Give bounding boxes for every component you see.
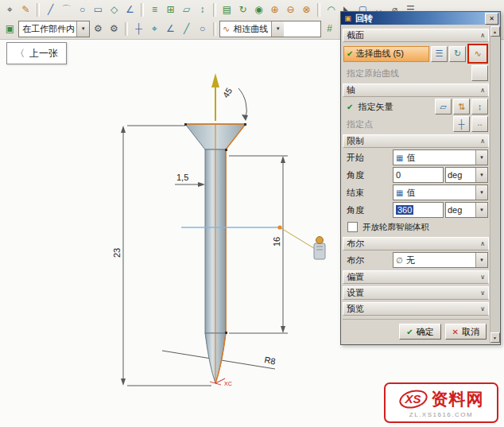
reverse-direction-button[interactable]: ⇅ [453,99,470,115]
preview-header-label: 预览 [347,303,364,315]
datum-axis-icon[interactable]: ↕ [195,2,210,17]
snap-midpoint-icon[interactable]: ∠ [163,21,178,37]
section-header-boolean[interactable]: 布尔 ∧ [343,237,489,250]
check-icon: ✔ [347,49,353,58]
end-type-combo[interactable]: ▦ 值 ▼ [393,184,488,200]
selection-filter-icon[interactable]: ▣ [2,21,17,37]
subtract-icon[interactable]: ⊖ [283,2,298,17]
cancel-button[interactable]: ✕ 取消 [445,324,487,340]
dialog-scrollbar[interactable]: ▲ ▼ [490,25,499,344]
limits-header-label: 限制 [347,135,364,147]
arc-icon[interactable]: ⌒ [59,2,74,17]
curve-mode-button[interactable]: ∿ [467,44,488,64]
section-header-offset[interactable]: 偏置 ∨ [343,270,489,284]
snap-center-icon[interactable]: ○ [195,21,210,37]
fillet-icon[interactable]: ∠ [122,2,138,17]
rectangle-icon[interactable]: ▭ [91,2,106,17]
collapse-icon[interactable]: ∧ [480,87,485,94]
select-curve-label: 选择曲线 (5) [355,48,404,60]
unite-icon[interactable]: ⊕ [267,2,282,17]
start-type-combo[interactable]: ▦ 值 ▼ [393,149,488,165]
start-angle-input[interactable]: 0 [393,167,444,183]
gear-icon[interactable]: ⚙ [107,21,122,37]
end-type-value: 值 [405,187,475,199]
sketch-icon[interactable]: ✎ [18,2,33,17]
snap-point-icon[interactable]: ⌖ [2,2,17,17]
selection-scope-value: 在工作部件内 [19,23,76,35]
ok-button[interactable]: ✔ 确定 [399,324,440,340]
list-selection-button[interactable]: ☰ [431,46,448,62]
start-angle-unit-combo[interactable]: deg ▼ [445,167,488,183]
combo-arrow-icon[interactable]: ▼ [475,203,487,217]
axis-vector-arrow[interactable] [211,73,219,121]
watermark-logo: XS [399,390,428,408]
axis-header-label: 轴 [347,84,355,96]
select-curve-row[interactable]: ✔ 选择曲线 (5) [343,46,429,62]
collapse-icon[interactable]: ∧ [480,32,485,39]
revolve-icon[interactable]: ↻ [235,2,250,17]
point-dialog-button[interactable]: ┼ [453,116,470,132]
none-icon: ∅ [394,256,405,265]
offset-curve-icon[interactable]: ≡ [147,2,162,17]
grid-snap-icon[interactable]: # [322,21,337,37]
expand-icon[interactable]: ∨ [480,274,485,281]
toolbar-separator [317,3,320,17]
curve-rule-value: 相连曲线 [230,23,271,35]
scroll-up-icon[interactable]: ▲ [490,26,500,37]
pattern-icon[interactable]: ⊞ [163,2,178,17]
section-header-limits[interactable]: 限制 ∧ [343,134,489,148]
toolbar-separator [141,3,144,17]
value-box-icon: ▦ [394,153,405,162]
angle-drag-handle[interactable] [314,237,325,260]
vector-dialog-button[interactable]: ▱ [435,99,452,115]
section-header-section[interactable]: 截面 ∧ [343,29,489,42]
snap-endpoint-icon[interactable]: ⌖ [147,21,162,37]
curve-rule-combo[interactable]: ∿ 相连曲线 ▼ [219,21,321,37]
end-label: 结束 [343,187,391,199]
section-header-axis[interactable]: 轴 ∧ [343,83,489,97]
profile-point[interactable] [277,225,281,229]
polygon-icon[interactable]: ◇ [107,2,122,17]
origin-triad: XC [210,378,232,386]
combo-arrow-icon[interactable]: ▼ [475,150,487,165]
selected-profile-highlight[interactable] [185,124,246,383]
handle-leader-line [280,227,316,250]
xc-axis-label: XC [224,381,232,386]
close-icon[interactable]: ✕ [485,13,498,25]
combo-arrow-icon[interactable]: ▼ [475,168,487,182]
specify-point-label: 指定点 [343,118,452,130]
origin-curve-button[interactable] [471,65,488,81]
vector-options-button[interactable]: ↕ [471,99,488,115]
expand-icon[interactable]: ∨ [480,289,485,297]
point-options-button[interactable]: ∙∙ [471,116,488,132]
end-angle-unit-combo[interactable]: deg ▼ [445,202,488,218]
combo-arrow-icon[interactable]: ▼ [475,253,487,267]
combo-arrow-icon[interactable]: ▼ [271,21,284,37]
extrude-icon[interactable]: ▤ [219,2,235,17]
section-header-preview[interactable]: 预览 ∨ [343,302,489,316]
cancel-x-icon: ✕ [452,328,459,336]
section-header-settings[interactable]: 设置 ∨ [343,286,489,300]
combo-arrow-icon[interactable]: ▼ [76,21,89,37]
snap-crosshair-icon[interactable]: ┼ [131,21,146,37]
dialog-titlebar[interactable]: ▣ 回转 ✕ [341,12,500,25]
collapse-icon[interactable]: ∧ [480,240,485,247]
expand-icon[interactable]: ∨ [480,305,485,312]
reverse-selection-button[interactable]: ↻ [449,46,466,62]
boolean-combo[interactable]: ∅ 无 ▼ [393,252,488,268]
hole-icon[interactable]: ◉ [251,2,266,17]
combo-arrow-icon[interactable]: ▼ [475,185,487,200]
snap-intersection-icon[interactable]: ╱ [179,21,194,37]
end-angle-input[interactable]: 360 [393,202,444,218]
datum-plane-icon[interactable]: ▱ [179,2,194,17]
gear-icon[interactable]: ⚙ [91,21,106,37]
intersect-icon[interactable]: ⊗ [299,2,314,17]
selection-scope-combo[interactable]: 在工作部件内 ▼ [18,21,90,37]
scroll-down-icon[interactable]: ▼ [490,332,500,343]
line-icon[interactable]: ╱ [43,2,58,17]
previous-image-button[interactable]: 〈 上一张 [6,42,67,64]
collapse-icon[interactable]: ∧ [480,138,485,145]
edge-blend-icon[interactable]: ◠ [324,2,339,17]
circle-icon[interactable]: ○ [75,2,90,17]
open-profile-checkbox[interactable] [347,222,358,232]
